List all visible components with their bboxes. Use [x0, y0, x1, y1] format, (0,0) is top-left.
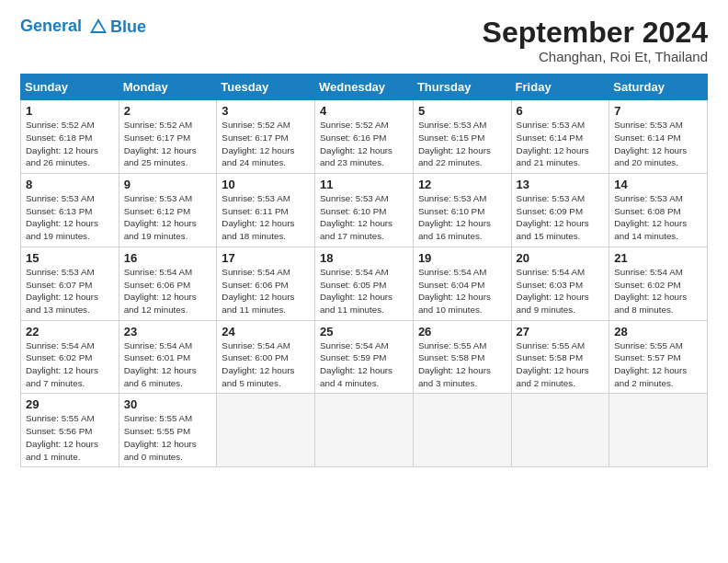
calendar-cell: 14Sunrise: 5:53 AM Sunset: 6:08 PM Dayli… [609, 174, 708, 247]
day-number: 4 [320, 104, 408, 118]
day-info: Sunrise: 5:55 AM Sunset: 5:56 PM Dayligh… [26, 412, 114, 463]
day-info: Sunrise: 5:55 AM Sunset: 5:55 PM Dayligh… [124, 412, 212, 463]
day-info: Sunrise: 5:54 AM Sunset: 6:00 PM Dayligh… [222, 339, 310, 390]
weekday-header-sunday: Sunday [21, 75, 119, 100]
calendar-cell: 16Sunrise: 5:54 AM Sunset: 6:06 PM Dayli… [119, 247, 217, 320]
month-title: September 2024 [483, 17, 708, 49]
day-info: Sunrise: 5:54 AM Sunset: 6:01 PM Dayligh… [124, 339, 212, 390]
logo-general: General [20, 17, 82, 35]
calendar-cell: 23Sunrise: 5:54 AM Sunset: 6:01 PM Dayli… [119, 320, 217, 394]
day-number: 3 [222, 104, 310, 118]
day-number: 17 [222, 251, 310, 265]
day-info: Sunrise: 5:53 AM Sunset: 6:15 PM Dayligh… [418, 119, 506, 169]
calendar-cell [511, 394, 609, 467]
calendar-cell [217, 394, 315, 467]
calendar-cell: 6Sunrise: 5:53 AM Sunset: 6:14 PM Daylig… [511, 100, 609, 174]
day-number: 24 [222, 325, 310, 339]
weekday-header-tuesday: Tuesday [217, 75, 315, 100]
day-number: 8 [26, 178, 114, 191]
calendar-cell: 3Sunrise: 5:52 AM Sunset: 6:17 PM Daylig… [217, 100, 315, 174]
calendar-cell: 20Sunrise: 5:54 AM Sunset: 6:03 PM Dayli… [511, 247, 609, 320]
day-number: 5 [418, 104, 506, 118]
day-number: 16 [124, 251, 212, 265]
calendar-cell: 12Sunrise: 5:53 AM Sunset: 6:10 PM Dayli… [413, 174, 511, 247]
day-info: Sunrise: 5:52 AM Sunset: 6:16 PM Dayligh… [320, 119, 408, 169]
calendar-cell: 8Sunrise: 5:53 AM Sunset: 6:13 PM Daylig… [21, 174, 119, 247]
calendar-cell: 28Sunrise: 5:55 AM Sunset: 5:57 PM Dayli… [609, 320, 708, 394]
calendar-cell: 1Sunrise: 5:52 AM Sunset: 6:18 PM Daylig… [21, 100, 119, 174]
day-info: Sunrise: 5:54 AM Sunset: 5:59 PM Dayligh… [320, 339, 408, 390]
calendar-cell [315, 394, 414, 467]
day-number: 21 [614, 251, 702, 265]
day-number: 23 [124, 325, 212, 339]
day-number: 22 [26, 325, 114, 339]
day-number: 26 [418, 325, 506, 339]
calendar-cell: 22Sunrise: 5:54 AM Sunset: 6:02 PM Dayli… [21, 320, 119, 394]
day-number: 28 [614, 325, 702, 339]
calendar-cell: 27Sunrise: 5:55 AM Sunset: 5:58 PM Dayli… [511, 320, 609, 394]
day-number: 1 [26, 104, 114, 118]
day-number: 2 [124, 104, 212, 118]
calendar-cell: 25Sunrise: 5:54 AM Sunset: 5:59 PM Dayli… [315, 320, 414, 394]
day-info: Sunrise: 5:53 AM Sunset: 6:14 PM Dayligh… [614, 119, 702, 169]
title-area: September 2024 Changhan, Roi Et, Thailan… [483, 17, 708, 64]
calendar-cell: 5Sunrise: 5:53 AM Sunset: 6:15 PM Daylig… [413, 100, 511, 174]
calendar-cell: 26Sunrise: 5:55 AM Sunset: 5:58 PM Dayli… [413, 320, 511, 394]
day-info: Sunrise: 5:53 AM Sunset: 6:13 PM Dayligh… [26, 192, 114, 243]
calendar-cell [413, 394, 511, 467]
weekday-header-thursday: Thursday [413, 75, 511, 100]
weekday-header-saturday: Saturday [609, 75, 708, 100]
logo-icon [88, 17, 108, 37]
day-number: 25 [320, 325, 408, 339]
day-number: 10 [222, 178, 310, 191]
day-info: Sunrise: 5:53 AM Sunset: 6:09 PM Dayligh… [517, 192, 605, 243]
day-info: Sunrise: 5:54 AM Sunset: 6:02 PM Dayligh… [26, 339, 114, 390]
day-info: Sunrise: 5:53 AM Sunset: 6:10 PM Dayligh… [418, 192, 506, 243]
day-number: 30 [124, 397, 212, 411]
calendar-cell: 29Sunrise: 5:55 AM Sunset: 5:56 PM Dayli… [21, 394, 119, 467]
logo-blue: Blue [110, 17, 146, 37]
day-number: 15 [26, 251, 114, 265]
calendar-cell: 10Sunrise: 5:53 AM Sunset: 6:11 PM Dayli… [217, 174, 315, 247]
day-info: Sunrise: 5:52 AM Sunset: 6:17 PM Dayligh… [124, 119, 212, 169]
calendar-cell: 21Sunrise: 5:54 AM Sunset: 6:02 PM Dayli… [609, 247, 708, 320]
day-info: Sunrise: 5:53 AM Sunset: 6:14 PM Dayligh… [517, 119, 605, 169]
day-info: Sunrise: 5:52 AM Sunset: 6:18 PM Dayligh… [26, 119, 114, 169]
day-number: 14 [614, 178, 702, 191]
day-number: 9 [124, 178, 212, 191]
day-number: 13 [517, 178, 605, 191]
day-info: Sunrise: 5:54 AM Sunset: 6:03 PM Dayligh… [517, 266, 605, 316]
day-info: Sunrise: 5:54 AM Sunset: 6:05 PM Dayligh… [320, 266, 408, 316]
calendar-cell: 7Sunrise: 5:53 AM Sunset: 6:14 PM Daylig… [609, 100, 708, 174]
weekday-header-friday: Friday [511, 75, 609, 100]
day-info: Sunrise: 5:52 AM Sunset: 6:17 PM Dayligh… [222, 119, 310, 169]
day-number: 12 [418, 178, 506, 191]
calendar-cell: 30Sunrise: 5:55 AM Sunset: 5:55 PM Dayli… [119, 394, 217, 467]
day-info: Sunrise: 5:53 AM Sunset: 6:11 PM Dayligh… [222, 192, 310, 243]
day-info: Sunrise: 5:53 AM Sunset: 6:08 PM Dayligh… [614, 192, 702, 243]
day-info: Sunrise: 5:54 AM Sunset: 6:04 PM Dayligh… [418, 266, 506, 316]
calendar-cell: 4Sunrise: 5:52 AM Sunset: 6:16 PM Daylig… [315, 100, 414, 174]
day-number: 11 [320, 178, 408, 191]
day-info: Sunrise: 5:55 AM Sunset: 5:58 PM Dayligh… [418, 339, 506, 390]
location-subtitle: Changhan, Roi Et, Thailand [483, 49, 708, 64]
day-number: 29 [26, 397, 114, 411]
day-number: 18 [320, 251, 408, 265]
day-number: 27 [517, 325, 605, 339]
calendar-table: SundayMondayTuesdayWednesdayThursdayFrid… [20, 74, 708, 467]
day-number: 7 [614, 104, 702, 118]
day-info: Sunrise: 5:54 AM Sunset: 6:02 PM Dayligh… [614, 266, 702, 316]
day-info: Sunrise: 5:53 AM Sunset: 6:10 PM Dayligh… [320, 192, 408, 243]
calendar-cell [609, 394, 708, 467]
calendar-cell: 9Sunrise: 5:53 AM Sunset: 6:12 PM Daylig… [119, 174, 217, 247]
calendar-cell: 17Sunrise: 5:54 AM Sunset: 6:06 PM Dayli… [217, 247, 315, 320]
calendar-cell: 15Sunrise: 5:53 AM Sunset: 6:07 PM Dayli… [21, 247, 119, 320]
calendar-cell: 18Sunrise: 5:54 AM Sunset: 6:05 PM Dayli… [315, 247, 414, 320]
day-number: 19 [418, 251, 506, 265]
weekday-header-monday: Monday [119, 75, 217, 100]
day-info: Sunrise: 5:55 AM Sunset: 5:58 PM Dayligh… [517, 339, 605, 390]
weekday-header-wednesday: Wednesday [315, 75, 414, 100]
day-info: Sunrise: 5:53 AM Sunset: 6:07 PM Dayligh… [26, 266, 114, 316]
day-info: Sunrise: 5:53 AM Sunset: 6:12 PM Dayligh… [124, 192, 212, 243]
day-number: 6 [517, 104, 605, 118]
